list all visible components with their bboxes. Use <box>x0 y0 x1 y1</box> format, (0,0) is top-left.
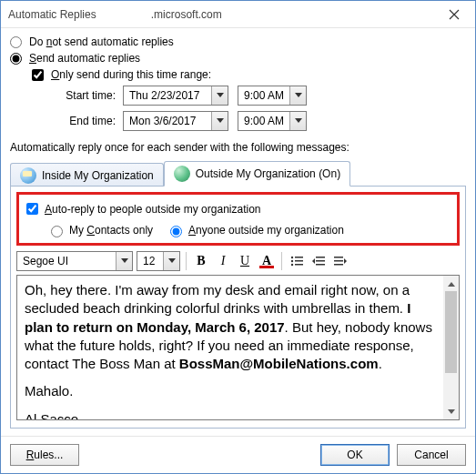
svg-point-0 <box>291 257 293 258</box>
svg-rect-1 <box>295 257 303 258</box>
outdent-button[interactable] <box>309 252 328 270</box>
start-time-label: Start time: <box>50 89 116 102</box>
chevron-down-icon <box>211 86 228 105</box>
chevron-down-icon <box>163 252 179 270</box>
end-time-row: End time: Mon 3/6/2017 9:00 AM <box>50 108 466 134</box>
svg-rect-7 <box>316 260 325 262</box>
svg-rect-5 <box>295 264 303 266</box>
start-date-select[interactable]: Thu 2/23/2017 <box>123 86 228 106</box>
start-hour-select[interactable]: 9:00 AM <box>238 86 307 106</box>
tab-body-outside: Auto-reply to people outside my organiza… <box>10 187 466 429</box>
svg-rect-6 <box>316 257 325 258</box>
do-not-send-radio[interactable]: Do not send automatic replies <box>10 34 466 50</box>
rules-button[interactable]: Rules... <box>10 444 79 466</box>
svg-rect-10 <box>334 260 343 262</box>
highlight-box: Auto-reply to people outside my organiza… <box>16 192 460 246</box>
org-icon <box>20 167 36 184</box>
only-send-range-checkbox[interactable]: Only send during this time range: <box>32 66 466 83</box>
send-auto-replies-radio[interactable]: Send automatic replies <box>10 50 466 66</box>
scroll-thumb[interactable] <box>445 291 457 373</box>
scrollbar[interactable] <box>443 276 459 419</box>
tab-inside-org[interactable]: Inside My Organization <box>10 163 164 187</box>
svg-rect-3 <box>295 260 303 262</box>
chevron-down-icon <box>211 112 228 130</box>
svg-rect-11 <box>334 264 343 266</box>
svg-rect-8 <box>316 264 325 266</box>
contacts-only-radio[interactable]: My Contacts only <box>46 221 153 239</box>
editor-container: Oh, hey there. I'm away from my desk and… <box>16 275 460 420</box>
end-date-select[interactable]: Mon 3/6/2017 <box>123 111 228 131</box>
underline-button[interactable]: U <box>236 252 254 270</box>
scroll-up-icon[interactable] <box>443 276 459 291</box>
svg-point-4 <box>291 264 293 266</box>
anyone-outside-radio[interactable]: Anyone outside my organization <box>166 221 344 239</box>
dialog-footer: Rules... OK Cancel <box>1 436 475 473</box>
start-time-row: Start time: Thu 2/23/2017 9:00 AM <box>50 83 466 108</box>
end-hour-select[interactable]: 9:00 AM <box>238 111 307 131</box>
font-color-button[interactable]: A <box>258 252 276 270</box>
automatic-replies-dialog: Automatic Replies .microsoft.com Do not … <box>0 0 476 474</box>
bullet-list-button[interactable] <box>288 252 306 270</box>
bold-button[interactable]: B <box>192 252 210 270</box>
tabstrip: Inside My Organization Outside My Organi… <box>10 159 466 187</box>
auto-reply-caption: Automatically reply once for each sender… <box>10 141 466 154</box>
message-editor[interactable]: Oh, hey there. I'm away from my desk and… <box>17 276 443 419</box>
editor-toolbar: Segoe UI 12 B I U A <box>16 251 460 271</box>
end-time-label: End time: <box>50 115 116 127</box>
chevron-down-icon <box>116 252 132 270</box>
world-icon <box>174 166 190 182</box>
cancel-button[interactable]: Cancel <box>397 444 466 466</box>
italic-button[interactable]: I <box>214 252 232 270</box>
svg-rect-9 <box>334 257 343 258</box>
close-button[interactable] <box>433 1 475 28</box>
tab-outside-org[interactable]: Outside My Organization (On) <box>164 161 350 187</box>
title-left: Automatic Replies <box>8 8 96 21</box>
scroll-down-icon[interactable] <box>443 404 459 419</box>
font-size-select[interactable]: 12 <box>137 251 180 271</box>
indent-button[interactable] <box>331 252 349 270</box>
font-name-select[interactable]: Segoe UI <box>16 251 133 271</box>
auto-reply-outside-checkbox[interactable]: Auto-reply to people outside my organiza… <box>23 198 451 219</box>
title-right: .microsoft.com <box>151 8 222 21</box>
svg-point-2 <box>291 260 293 262</box>
chevron-down-icon <box>289 86 306 105</box>
ok-button[interactable]: OK <box>320 444 390 466</box>
titlebar: Automatic Replies .microsoft.com <box>1 1 475 28</box>
chevron-down-icon <box>289 112 306 130</box>
